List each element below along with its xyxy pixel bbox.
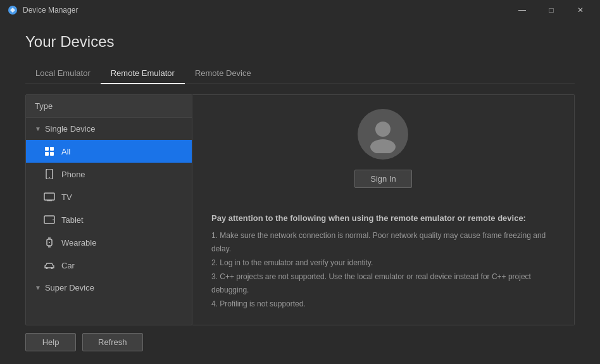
- svg-point-17: [51, 267, 53, 269]
- sidebar-type-header: Type: [26, 95, 192, 118]
- main-container: Your Devices Local Emulator Remote Emula…: [0, 20, 600, 364]
- avatar: [358, 109, 408, 160]
- refresh-button[interactable]: Refresh: [82, 333, 143, 351]
- title-bar-left: Device Manager: [8, 5, 78, 15]
- sidebar-item-car-label: Car: [61, 261, 75, 270]
- sidebar-item-all-label: All: [61, 147, 70, 156]
- close-button[interactable]: ✕: [566, 0, 595, 20]
- body-layout: Type ▼ Single Device All: [25, 94, 575, 325]
- notice-item-1: 1. Make sure the network connection is n…: [211, 229, 555, 256]
- help-button[interactable]: Help: [25, 333, 76, 351]
- chevron-right-icon: ▼: [35, 284, 41, 291]
- svg-rect-1: [45, 147, 49, 151]
- sidebar-item-wearable-label: Wearable: [61, 238, 96, 248]
- sidebar-item-wearable[interactable]: Wearable: [26, 231, 192, 254]
- sidebar-item-tablet[interactable]: Tablet: [26, 208, 192, 231]
- minimize-button[interactable]: —: [508, 0, 537, 20]
- tab-bar: Local Emulator Remote Emulator Remote De…: [25, 63, 575, 84]
- sidebar-item-tv-label: TV: [61, 192, 72, 202]
- tab-remote-emulator[interactable]: Remote Emulator: [101, 63, 185, 84]
- notice-area: Pay attention to the following when usin…: [211, 213, 555, 311]
- notice-title: Pay attention to the following when usin…: [211, 213, 555, 223]
- chevron-down-icon: ▼: [35, 125, 41, 132]
- notice-item-4: 4. Profiling is not supported.: [211, 298, 555, 311]
- sidebar-item-tablet-label: Tablet: [61, 215, 84, 225]
- svg-rect-4: [50, 152, 54, 156]
- svg-point-18: [375, 122, 391, 137]
- sidebar-item-phone-label: Phone: [61, 170, 85, 179]
- user-avatar-icon: [364, 115, 402, 153]
- app-icon: [8, 5, 18, 15]
- svg-rect-2: [50, 147, 54, 151]
- section-single-device-label: Single Device: [45, 124, 96, 134]
- page-title: Your Devices: [25, 33, 575, 51]
- svg-rect-7: [44, 193, 54, 200]
- tab-local-emulator[interactable]: Local Emulator: [25, 63, 101, 84]
- tv-icon: [44, 191, 55, 203]
- tablet-icon: [44, 214, 55, 225]
- car-icon: [44, 260, 55, 271]
- window-controls: — □ ✕: [508, 0, 595, 20]
- maximize-button[interactable]: □: [537, 0, 566, 20]
- app-title: Device Manager: [23, 6, 78, 15]
- phone-icon: [44, 168, 55, 180]
- sidebar: Type ▼ Single Device All: [25, 94, 192, 325]
- content-panel: Sign In Pay attention to the following w…: [192, 94, 575, 325]
- watch-icon: [44, 237, 55, 248]
- svg-point-15: [49, 242, 50, 243]
- sign-in-button[interactable]: Sign In: [354, 170, 411, 188]
- title-bar: Device Manager — □ ✕: [0, 0, 600, 20]
- svg-point-19: [370, 139, 396, 153]
- section-super-device[interactable]: ▼ Super Device: [26, 277, 192, 299]
- section-super-device-label: Super Device: [45, 283, 94, 292]
- sidebar-item-car[interactable]: Car: [26, 254, 192, 277]
- svg-point-6: [49, 177, 50, 179]
- sidebar-item-tv[interactable]: TV: [26, 185, 192, 208]
- section-single-device[interactable]: ▼ Single Device: [26, 118, 192, 140]
- sidebar-item-all[interactable]: All: [26, 140, 192, 163]
- svg-point-16: [46, 267, 48, 269]
- tab-remote-device[interactable]: Remote Device: [185, 63, 261, 84]
- sidebar-item-phone[interactable]: Phone: [26, 163, 192, 185]
- notice-item-3: 3. C++ projects are not supported. Use t…: [211, 270, 555, 298]
- svg-rect-3: [45, 152, 49, 156]
- grid-icon: [44, 146, 55, 157]
- svg-point-11: [53, 219, 54, 220]
- bottom-bar: Help Refresh: [25, 325, 575, 351]
- notice-item-2: 2. Log in to the emulator and verify you…: [211, 256, 555, 270]
- avatar-area: Sign In: [354, 109, 411, 188]
